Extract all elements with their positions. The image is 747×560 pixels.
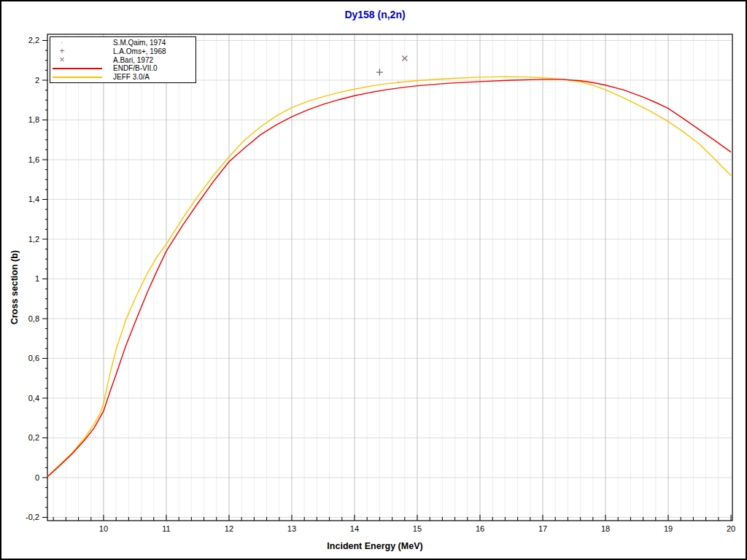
legend-label: ENDF/B-VII.0 [113, 64, 158, 73]
legend-label: A.Bari, 1972 [113, 56, 153, 65]
y-tick-label: 1,4 [28, 195, 39, 203]
plot-area[interactable]: 1011121314151617181920-0,200,20,40,60,81… [1, 1, 747, 560]
y-axis-label: Cross section (b) [9, 229, 20, 346]
legend-label: S.M.Qaim, 1974 [113, 39, 166, 47]
y-tick-label: 0,6 [28, 354, 39, 362]
x-tick-label: 18 [601, 524, 610, 533]
legend-line-swatch [53, 68, 102, 69]
legend-item: JEFF 3.0/A [50, 73, 196, 82]
x-tick-label: 12 [225, 524, 233, 533]
y-tick-label: 2 [35, 76, 39, 85]
legend-label: L.A.Oms+, 1968 [113, 47, 166, 56]
plot-frame [47, 34, 732, 521]
y-tick-label: 1,6 [28, 155, 39, 164]
y-tick-label: 1,2 [28, 235, 39, 244]
legend-marker-x-icon: × [55, 56, 69, 65]
legend-item: ·S.M.Qaim, 1974 [50, 39, 196, 47]
x-tick-label: 19 [664, 524, 673, 533]
x-tick-label: 14 [350, 524, 359, 533]
y-tick-label: 0,4 [28, 394, 39, 402]
curve-jeff-3-0-a [47, 77, 731, 476]
x-axis-label: Incident Energy (MeV) [1, 541, 747, 551]
y-tick-label: 0,2 [28, 433, 39, 442]
y-tick-label: 1,8 [28, 115, 39, 124]
legend: ·S.M.Qaim, 1974+L.A.Oms+, 1968×A.Bari, 1… [50, 36, 196, 83]
x-tick-label: 16 [476, 524, 484, 533]
legend-item: +L.A.Oms+, 1968 [50, 47, 196, 56]
legend-item: ENDF/B-VII.0 [50, 64, 196, 73]
x-tick-label: 15 [413, 524, 422, 533]
y-tick-label: 0,8 [28, 314, 39, 323]
y-tick-label: 1 [35, 274, 39, 283]
y-tick-label: -0,2 [26, 513, 39, 521]
y-tick-label: 2,2 [28, 36, 39, 44]
chart-window: Dy158 (n,2n) 1011121314151617181920-0,20… [0, 0, 747, 560]
marker-s-m-qaim-1974 [398, 82, 399, 83]
x-tick-label: 11 [162, 524, 170, 533]
y-tick-label: 0 [35, 473, 39, 482]
legend-label: JEFF 3.0/A [113, 73, 150, 82]
x-tick-label: 10 [99, 524, 108, 533]
legend-item: ×A.Bari, 1972 [50, 56, 196, 65]
legend-line-swatch [53, 77, 102, 78]
x-tick-label: 20 [727, 524, 735, 533]
marker-l-a-oms-1968 [376, 69, 383, 76]
x-tick-label: 17 [538, 524, 547, 533]
curve-endf-b-vii-0 [47, 79, 731, 477]
x-tick-label: 13 [287, 524, 296, 533]
